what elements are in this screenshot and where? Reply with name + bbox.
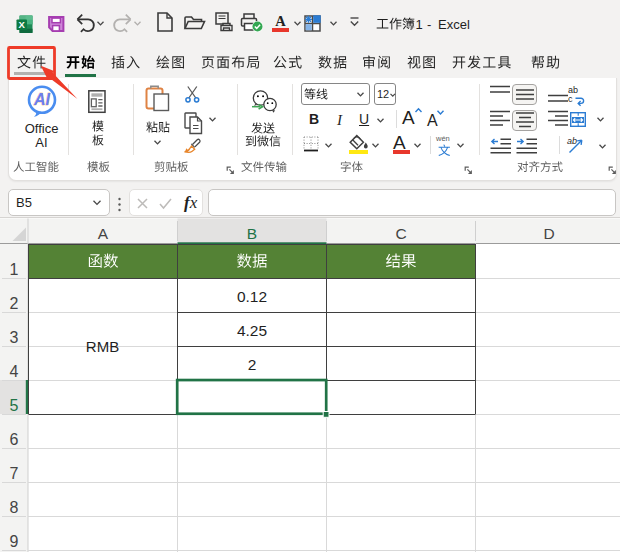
- svg-text:c: c: [568, 94, 573, 104]
- svg-text:ab: ab: [568, 85, 578, 95]
- svg-text:3: 3: [10, 329, 19, 346]
- svg-text:X: X: [19, 19, 26, 30]
- svg-text:2: 2: [248, 356, 257, 373]
- svg-text:0.12: 0.12: [237, 288, 267, 305]
- svg-text:D: D: [543, 225, 554, 242]
- svg-text:ab: ab: [567, 136, 577, 146]
- svg-text:4: 4: [10, 363, 19, 380]
- svg-text:A: A: [98, 225, 109, 242]
- svg-text:RMB: RMB: [86, 338, 119, 355]
- svg-text:1: 1: [10, 261, 19, 278]
- svg-text:AI: AI: [33, 91, 51, 108]
- svg-text:B: B: [247, 225, 257, 242]
- svg-text:8: 8: [10, 499, 19, 516]
- svg-text:C: C: [395, 225, 406, 242]
- svg-text:2: 2: [10, 295, 19, 312]
- svg-text:6: 6: [10, 431, 19, 448]
- svg-text:7: 7: [10, 465, 19, 482]
- svg-text:4.25: 4.25: [237, 322, 267, 339]
- svg-text:9: 9: [10, 533, 19, 550]
- svg-text:5: 5: [10, 397, 19, 414]
